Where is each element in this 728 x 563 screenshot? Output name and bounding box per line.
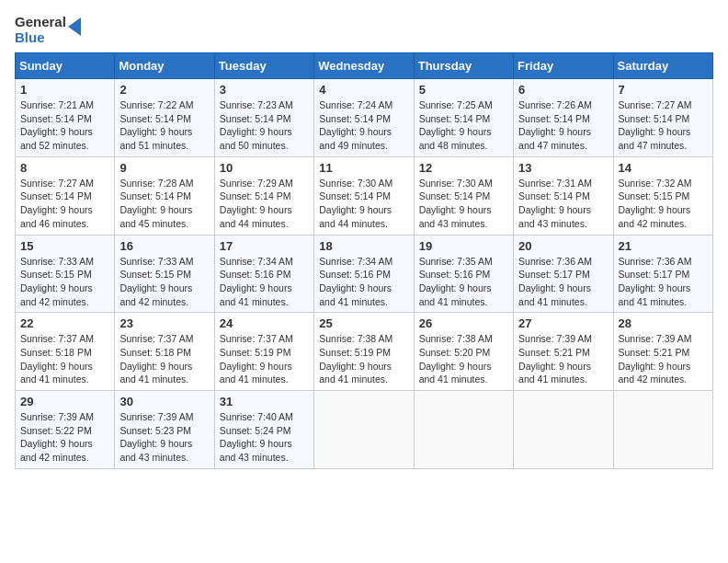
calendar-day-19: 19 Sunrise: 7:35 AM Sunset: 5:16 PM Dayl… [414, 235, 513, 313]
calendar-table: SundayMondayTuesdayWednesdayThursdayFrid… [15, 52, 713, 469]
calendar-day-1: 1 Sunrise: 7:21 AM Sunset: 5:14 PM Dayli… [16, 79, 115, 157]
day-info: Sunrise: 7:26 AM Sunset: 5:14 PM Dayligh… [518, 98, 608, 153]
day-info: Sunrise: 7:39 AM Sunset: 5:21 PM Dayligh… [518, 332, 608, 386]
logo-general: General [15, 15, 66, 30]
day-number: 3 [220, 83, 309, 97]
day-info: Sunrise: 7:27 AM Sunset: 5:14 PM Dayligh… [20, 177, 109, 231]
day-number: 22 [20, 316, 109, 330]
calendar-day-29: 29 Sunrise: 7:39 AM Sunset: 5:22 PM Dayl… [16, 391, 115, 469]
day-number: 1 [20, 83, 109, 97]
calendar-day-7: 7 Sunrise: 7:27 AM Sunset: 5:14 PM Dayli… [613, 79, 712, 157]
day-info: Sunrise: 7:32 AM Sunset: 5:15 PM Dayligh… [619, 177, 708, 231]
calendar-day-27: 27 Sunrise: 7:39 AM Sunset: 5:21 PM Dayl… [514, 313, 613, 391]
day-info: Sunrise: 7:38 AM Sunset: 5:19 PM Dayligh… [319, 332, 408, 386]
day-info: Sunrise: 7:34 AM Sunset: 5:16 PM Dayligh… [319, 255, 408, 309]
day-number: 19 [419, 239, 508, 253]
calendar-day-23: 23 Sunrise: 7:37 AM Sunset: 5:18 PM Dayl… [115, 313, 214, 391]
day-number: 5 [419, 83, 508, 97]
day-info: Sunrise: 7:35 AM Sunset: 5:16 PM Dayligh… [419, 255, 508, 309]
calendar-day-15: 15 Sunrise: 7:33 AM Sunset: 5:15 PM Dayl… [16, 235, 115, 313]
day-info: Sunrise: 7:36 AM Sunset: 5:17 PM Dayligh… [619, 255, 708, 309]
calendar-day-17: 17 Sunrise: 7:34 AM Sunset: 5:16 PM Dayl… [214, 235, 313, 313]
calendar-day-31: 31 Sunrise: 7:40 AM Sunset: 5:24 PM Dayl… [214, 391, 313, 469]
day-number: 28 [619, 316, 708, 330]
day-info: Sunrise: 7:28 AM Sunset: 5:14 PM Dayligh… [119, 177, 209, 231]
day-number: 25 [319, 316, 408, 330]
calendar-day-24: 24 Sunrise: 7:37 AM Sunset: 5:19 PM Dayl… [214, 313, 313, 391]
day-info: Sunrise: 7:30 AM Sunset: 5:14 PM Dayligh… [319, 177, 408, 231]
calendar-day-13: 13 Sunrise: 7:31 AM Sunset: 5:14 PM Dayl… [514, 156, 613, 235]
day-info: Sunrise: 7:24 AM Sunset: 5:14 PM Dayligh… [319, 98, 408, 153]
day-info: Sunrise: 7:25 AM Sunset: 5:14 PM Dayligh… [419, 98, 508, 153]
day-info: Sunrise: 7:38 AM Sunset: 5:20 PM Dayligh… [419, 332, 508, 386]
calendar-day-12: 12 Sunrise: 7:30 AM Sunset: 5:14 PM Dayl… [414, 156, 513, 235]
day-number: 27 [518, 316, 608, 330]
empty-cell [613, 391, 712, 469]
calendar-day-26: 26 Sunrise: 7:38 AM Sunset: 5:20 PM Dayl… [414, 313, 513, 391]
day-number: 23 [119, 316, 209, 330]
calendar-day-4: 4 Sunrise: 7:24 AM Sunset: 5:14 PM Dayli… [314, 79, 414, 157]
day-number: 7 [619, 83, 708, 97]
day-info: Sunrise: 7:36 AM Sunset: 5:17 PM Dayligh… [518, 255, 608, 309]
calendar-week-2: 8 Sunrise: 7:27 AM Sunset: 5:14 PM Dayli… [16, 156, 713, 235]
day-number: 15 [20, 239, 109, 253]
calendar-day-14: 14 Sunrise: 7:32 AM Sunset: 5:15 PM Dayl… [613, 156, 712, 235]
day-info: Sunrise: 7:34 AM Sunset: 5:16 PM Dayligh… [220, 255, 309, 309]
day-number: 11 [319, 161, 408, 175]
weekday-header-tuesday: Tuesday [214, 53, 313, 79]
day-number: 2 [119, 83, 209, 97]
day-info: Sunrise: 7:27 AM Sunset: 5:14 PM Dayligh… [619, 98, 708, 153]
day-number: 26 [419, 316, 508, 330]
weekday-header-wednesday: Wednesday [314, 53, 414, 79]
calendar-week-5: 29 Sunrise: 7:39 AM Sunset: 5:22 PM Dayl… [16, 391, 713, 469]
day-number: 20 [518, 239, 608, 253]
empty-cell [414, 391, 513, 469]
day-number: 10 [220, 161, 309, 175]
calendar-week-3: 15 Sunrise: 7:33 AM Sunset: 5:15 PM Dayl… [16, 235, 713, 313]
calendar-day-20: 20 Sunrise: 7:36 AM Sunset: 5:17 PM Dayl… [514, 235, 613, 313]
day-number: 29 [20, 395, 109, 408]
weekday-header-monday: Monday [115, 53, 214, 79]
calendar-day-2: 2 Sunrise: 7:22 AM Sunset: 5:14 PM Dayli… [115, 79, 214, 157]
calendar-header-row: SundayMondayTuesdayWednesdayThursdayFrid… [16, 53, 713, 79]
calendar-day-10: 10 Sunrise: 7:29 AM Sunset: 5:14 PM Dayl… [214, 156, 313, 235]
day-number: 17 [220, 239, 309, 253]
day-info: Sunrise: 7:39 AM Sunset: 5:21 PM Dayligh… [619, 332, 708, 386]
calendar-week-4: 22 Sunrise: 7:37 AM Sunset: 5:18 PM Dayl… [16, 313, 713, 391]
day-number: 16 [119, 239, 209, 253]
day-info: Sunrise: 7:37 AM Sunset: 5:19 PM Dayligh… [220, 332, 309, 386]
day-info: Sunrise: 7:37 AM Sunset: 5:18 PM Dayligh… [119, 332, 209, 386]
svg-marker-0 [68, 17, 86, 36]
calendar-day-9: 9 Sunrise: 7:28 AM Sunset: 5:14 PM Dayli… [115, 156, 214, 235]
day-info: Sunrise: 7:31 AM Sunset: 5:14 PM Dayligh… [518, 177, 608, 231]
day-number: 13 [518, 161, 608, 175]
empty-cell [314, 391, 414, 469]
day-number: 31 [220, 395, 309, 408]
weekday-header-friday: Friday [514, 53, 613, 79]
calendar-day-21: 21 Sunrise: 7:36 AM Sunset: 5:17 PM Dayl… [613, 235, 712, 313]
day-info: Sunrise: 7:21 AM Sunset: 5:14 PM Dayligh… [20, 98, 109, 153]
day-number: 12 [419, 161, 508, 175]
weekday-header-saturday: Saturday [613, 53, 712, 79]
calendar-day-16: 16 Sunrise: 7:33 AM Sunset: 5:15 PM Dayl… [115, 235, 214, 313]
day-number: 18 [319, 239, 408, 253]
day-info: Sunrise: 7:29 AM Sunset: 5:14 PM Dayligh… [220, 177, 309, 231]
day-number: 4 [319, 83, 408, 97]
calendar-day-30: 30 Sunrise: 7:39 AM Sunset: 5:23 PM Dayl… [115, 391, 214, 469]
calendar-day-5: 5 Sunrise: 7:25 AM Sunset: 5:14 PM Dayli… [414, 79, 513, 157]
calendar-day-11: 11 Sunrise: 7:30 AM Sunset: 5:14 PM Dayl… [314, 156, 414, 235]
day-info: Sunrise: 7:40 AM Sunset: 5:24 PM Dayligh… [220, 410, 309, 465]
header: General Blue [15, 15, 713, 45]
calendar-day-18: 18 Sunrise: 7:34 AM Sunset: 5:16 PM Dayl… [314, 235, 414, 313]
logo-graphic: General Blue [15, 15, 86, 45]
day-number: 24 [220, 316, 309, 330]
logo-blue: Blue [15, 30, 66, 46]
calendar-day-22: 22 Sunrise: 7:37 AM Sunset: 5:18 PM Dayl… [16, 313, 115, 391]
day-number: 14 [619, 161, 708, 175]
day-info: Sunrise: 7:39 AM Sunset: 5:23 PM Dayligh… [119, 410, 209, 465]
calendar-day-3: 3 Sunrise: 7:23 AM Sunset: 5:14 PM Dayli… [214, 79, 313, 157]
day-info: Sunrise: 7:33 AM Sunset: 5:15 PM Dayligh… [20, 255, 109, 309]
day-info: Sunrise: 7:30 AM Sunset: 5:14 PM Dayligh… [419, 177, 508, 231]
calendar-day-8: 8 Sunrise: 7:27 AM Sunset: 5:14 PM Dayli… [16, 156, 115, 235]
day-number: 21 [619, 239, 708, 253]
